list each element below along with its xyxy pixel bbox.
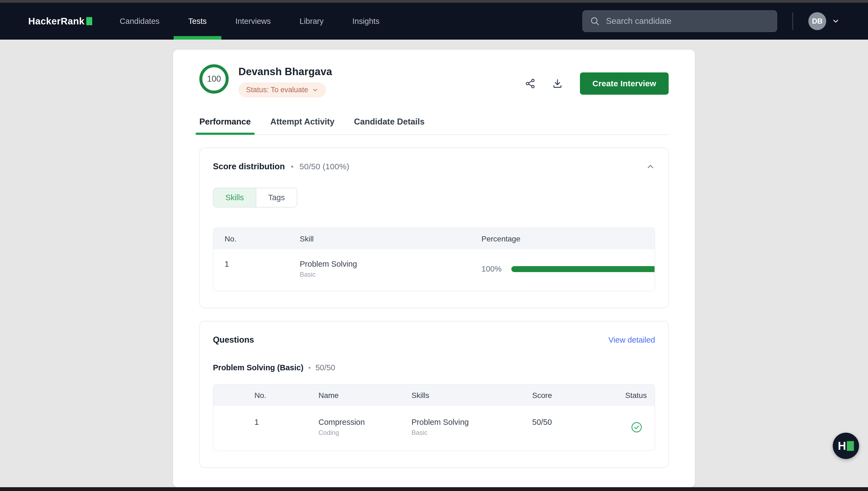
total-score-ring: 100	[199, 64, 229, 94]
question-skill-level: Basic	[412, 429, 532, 436]
table-row: 1 Compression Coding Problem Solving Bas…	[213, 406, 655, 451]
screen-top-edge	[0, 0, 868, 3]
navbar-divider	[792, 12, 793, 30]
skill-row-number: 1	[213, 249, 300, 291]
score-distribution-summary: 50/50 (100%)	[299, 162, 349, 171]
view-detailed-link[interactable]: View detailed	[608, 336, 655, 345]
question-row-number: 1	[213, 406, 319, 451]
question-name: Compression	[319, 418, 412, 427]
nav-item-label: Insights	[352, 17, 380, 26]
skill-progress-fill	[511, 266, 655, 272]
questions-title: Questions	[213, 335, 254, 345]
skill-progress-track	[511, 266, 655, 272]
bullet-separator: •	[291, 162, 294, 171]
hackerrank-help-bubble[interactable]: H	[833, 433, 859, 459]
top-navbar: HackerRank Candidates Tests Interviews L…	[0, 3, 868, 39]
question-group-score: 50/50	[316, 363, 335, 372]
toggle-skills[interactable]: Skills	[213, 188, 256, 207]
column-header-score: Score	[532, 385, 625, 406]
navbar-right-group: DB	[582, 10, 840, 32]
nav-item-label: Tests	[188, 17, 207, 26]
candidate-identity: Devansh Bhargava Status: To evaluate	[238, 64, 332, 97]
create-interview-button[interactable]: Create Interview	[580, 73, 669, 95]
user-initials: DB	[812, 17, 823, 26]
hackerrank-mark-h: H	[838, 439, 846, 453]
header-actions: Create Interview	[525, 73, 669, 95]
nav-item-candidates[interactable]: Candidates	[105, 3, 174, 39]
column-header-no: No.	[213, 385, 319, 406]
primary-nav: Candidates Tests Interviews Library Insi…	[105, 3, 394, 39]
nav-item-label: Library	[299, 17, 324, 26]
status-dropdown[interactable]: Status: To evaluate	[238, 83, 326, 97]
percentage-cell: 100%	[481, 249, 655, 291]
score-distribution-header: Score distribution • 50/50 (100%)	[213, 162, 655, 171]
download-report-button[interactable]	[552, 78, 563, 89]
question-group-header: Problem Solving (Basic) • 50/50	[213, 363, 655, 372]
candidate-name: Devansh Bhargava	[238, 66, 332, 78]
questions-table: No. Name Skills Score Status 1 Compressi…	[213, 384, 655, 451]
toggle-label: Tags	[268, 193, 285, 202]
screen-bottom-edge	[0, 487, 868, 491]
question-skill-cell: Problem Solving Basic	[412, 406, 532, 451]
nav-item-interviews[interactable]: Interviews	[221, 3, 286, 39]
skill-cell: Problem Solving Basic	[300, 249, 481, 291]
column-header-skill: Skill	[300, 228, 481, 249]
chevron-up-icon	[646, 162, 655, 171]
nav-item-label: Interviews	[235, 17, 271, 26]
collapse-section-button[interactable]	[646, 162, 655, 171]
question-skill: Problem Solving	[412, 418, 532, 427]
questions-table-header: No. Name Skills Score Status	[213, 385, 655, 406]
column-header-status: Status	[625, 385, 655, 406]
score-distribution-card: Score distribution • 50/50 (100%) Skills…	[199, 148, 669, 308]
candidate-report-panel: 100 Devansh Bhargava Status: To evaluate…	[173, 50, 695, 487]
percentage-value: 100%	[481, 264, 511, 273]
share-button[interactable]	[525, 78, 536, 89]
tab-label: Performance	[199, 117, 251, 126]
check-circle-icon	[631, 421, 642, 433]
nav-item-insights[interactable]: Insights	[338, 3, 394, 39]
search-box[interactable]	[582, 10, 777, 32]
score-distribution-title: Score distribution	[213, 162, 285, 171]
skill-name: Problem Solving	[300, 260, 481, 268]
share-icon	[525, 78, 536, 89]
column-header-skills: Skills	[412, 385, 532, 406]
hackerrank-mark-square-icon	[847, 441, 854, 451]
candidate-header: 100 Devansh Bhargava Status: To evaluate…	[199, 64, 669, 97]
search-icon	[590, 16, 600, 26]
question-group-title: Problem Solving (Basic)	[213, 363, 303, 372]
total-score-value: 100	[207, 74, 221, 84]
chevron-down-icon	[312, 87, 319, 93]
toggle-tags[interactable]: Tags	[256, 188, 297, 207]
skill-level: Basic	[300, 271, 481, 278]
tab-label: Attempt Activity	[270, 117, 335, 126]
nav-item-tests[interactable]: Tests	[174, 3, 221, 39]
user-avatar[interactable]: DB	[808, 12, 826, 30]
bullet-separator: •	[308, 364, 310, 372]
brand-logo-text: HackerRank	[28, 16, 84, 27]
nav-item-library[interactable]: Library	[285, 3, 338, 39]
search-input[interactable]	[606, 16, 770, 26]
question-status-cell	[625, 406, 655, 451]
report-tabs: Performance Attempt Activity Candidate D…	[199, 117, 669, 135]
column-header-name: Name	[319, 385, 412, 406]
questions-header: Questions View detailed	[213, 335, 655, 345]
tab-candidate-details[interactable]: Candidate Details	[354, 117, 424, 134]
skills-table: No. Skill Percentage 1 Problem Solving B…	[213, 228, 655, 291]
brand-accent-square-icon	[86, 17, 92, 25]
brand-logo[interactable]: HackerRank	[28, 16, 92, 27]
question-name-cell: Compression Coding	[319, 406, 412, 451]
table-row: 1 Problem Solving Basic 100%	[213, 249, 655, 291]
question-type: Coding	[319, 429, 412, 436]
skills-table-header: No. Skill Percentage	[213, 228, 655, 249]
tab-attempt-activity[interactable]: Attempt Activity	[270, 117, 335, 134]
questions-card: Questions View detailed Problem Solving …	[199, 321, 669, 468]
tab-performance[interactable]: Performance	[199, 117, 251, 134]
skills-tags-toggle: Skills Tags	[213, 188, 297, 207]
column-header-percentage: Percentage	[481, 228, 655, 249]
column-header-no: No.	[213, 228, 300, 249]
nav-item-label: Candidates	[120, 17, 159, 26]
tab-label: Candidate Details	[354, 117, 424, 126]
toggle-label: Skills	[226, 193, 244, 202]
user-menu-chevron-down-icon[interactable]	[832, 17, 840, 25]
question-score: 50/50	[532, 406, 625, 451]
